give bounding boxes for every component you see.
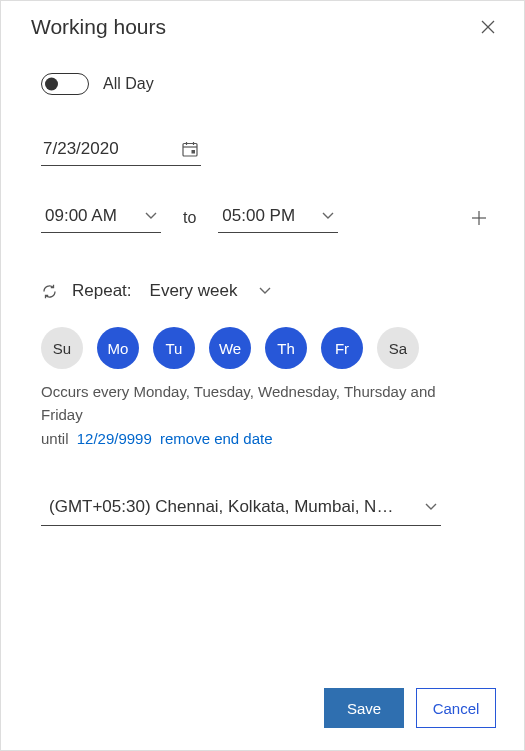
day-label: Su [53, 340, 71, 357]
all-day-label: All Day [103, 75, 154, 93]
day-tuesday[interactable]: Tu [153, 327, 195, 369]
add-time-slot-button[interactable] [464, 203, 494, 233]
cancel-button[interactable]: Cancel [416, 688, 496, 728]
day-wednesday[interactable]: We [209, 327, 251, 369]
timezone-value: (GMT+05:30) Chennai, Kolkata, Mumbai, Ne… [49, 497, 399, 517]
date-value: 7/23/2020 [43, 139, 119, 159]
day-sunday[interactable]: Su [41, 327, 83, 369]
toggle-knob [45, 78, 58, 91]
recurrence-end: until 12/29/9999 remove end date [41, 430, 494, 447]
end-date-link[interactable]: 12/29/9999 [77, 430, 152, 447]
remove-end-date-link[interactable]: remove end date [160, 430, 273, 447]
start-time-select[interactable]: 09:00 AM [41, 202, 161, 233]
day-label: We [219, 340, 241, 357]
refresh-icon [41, 283, 58, 300]
day-saturday[interactable]: Sa [377, 327, 419, 369]
date-field[interactable]: 7/23/2020 [41, 135, 201, 166]
save-button[interactable]: Save [324, 688, 404, 728]
close-icon [481, 20, 495, 34]
end-time-select[interactable]: 05:00 PM [218, 202, 338, 233]
calendar-icon[interactable] [181, 140, 199, 158]
day-label: Tu [166, 340, 183, 357]
day-friday[interactable]: Fr [321, 327, 363, 369]
plus-icon [470, 209, 488, 227]
until-label: until [41, 430, 69, 447]
day-label: Mo [108, 340, 129, 357]
repeat-value: Every week [150, 281, 238, 301]
all-day-toggle[interactable] [41, 73, 89, 95]
svg-rect-2 [183, 144, 197, 157]
day-label: Th [277, 340, 295, 357]
dialog-title: Working hours [31, 15, 166, 39]
day-thursday[interactable]: Th [265, 327, 307, 369]
end-time-value: 05:00 PM [222, 206, 295, 226]
day-monday[interactable]: Mo [97, 327, 139, 369]
recurrence-description: Occurs every Monday, Tuesday, Wednesday,… [41, 381, 441, 426]
close-button[interactable] [476, 15, 500, 39]
chevron-down-icon [425, 503, 437, 511]
day-label: Sa [389, 340, 407, 357]
time-to-label: to [183, 209, 196, 227]
timezone-select[interactable]: (GMT+05:30) Chennai, Kolkata, Mumbai, Ne… [41, 493, 441, 526]
svg-rect-6 [192, 150, 196, 154]
chevron-down-icon [145, 212, 157, 220]
repeat-frequency-select[interactable]: Every week [146, 279, 276, 303]
chevron-down-icon [322, 212, 334, 220]
start-time-value: 09:00 AM [45, 206, 117, 226]
chevron-down-icon [259, 287, 271, 295]
dialog-body: All Day 7/23/2020 09:00 AM to [1, 47, 524, 672]
day-label: Fr [335, 340, 349, 357]
dialog-footer: Save Cancel [1, 672, 524, 750]
repeat-label: Repeat: [72, 281, 132, 301]
